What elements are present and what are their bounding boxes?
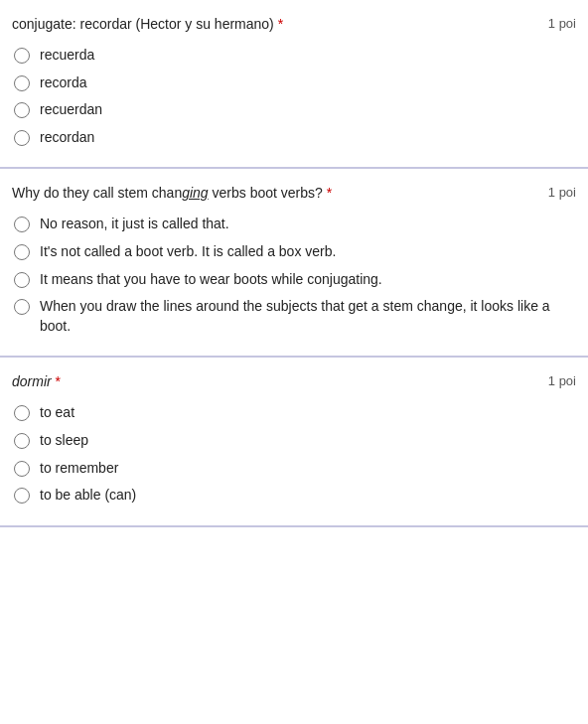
underline-changing: ging [182, 185, 208, 201]
required-marker-3: * [56, 373, 61, 389]
option-label-dormir-b: to sleep [40, 431, 88, 451]
option-dormir-c[interactable]: to remember [14, 459, 576, 479]
radio-boot-a[interactable] [14, 217, 30, 232]
option-label-dormir-c: to remember [40, 459, 118, 479]
points-conjugate: 1 poi [548, 16, 576, 31]
question-text-dormir: dormir * [12, 373, 538, 389]
points-dormir: 1 poi [548, 373, 576, 388]
option-conjugate-d[interactable]: recordan [14, 128, 576, 148]
radio-boot-b[interactable] [14, 244, 30, 260]
question-text-conjugate: conjugate: recordar (Hector y su hermano… [12, 16, 538, 32]
option-boot-a[interactable]: No reason, it just is called that. [14, 215, 576, 234]
option-dormir-d[interactable]: to be able (can) [14, 486, 576, 506]
option-label-dormir-a: to eat [40, 403, 74, 423]
question-header-dormir: dormir * 1 poi [12, 373, 576, 389]
required-marker-2: * [327, 185, 332, 201]
option-conjugate-a[interactable]: recuerda [14, 46, 576, 66]
radio-dormir-d[interactable] [14, 488, 30, 504]
radio-dormir-b[interactable] [14, 433, 30, 449]
option-label-conjugate-d: recordan [40, 128, 94, 148]
option-label-boot-b: It's not called a boot verb. It is calle… [40, 242, 336, 262]
radio-conjugate-a[interactable] [14, 48, 30, 64]
dormir-word: dormir [12, 373, 52, 389]
option-label-conjugate-b: recorda [40, 73, 86, 93]
option-conjugate-b[interactable]: recorda [14, 73, 576, 93]
option-label-boot-d: When you draw the lines around the subje… [40, 297, 576, 336]
option-label-dormir-d: to be able (can) [40, 486, 136, 506]
section-conjugate: conjugate: recordar (Hector y su hermano… [0, 0, 588, 169]
points-boot-verbs: 1 poi [548, 185, 576, 200]
question-header-boot-verbs: Why do they call stem changing verbs boo… [12, 185, 576, 201]
section-boot-verbs: Why do they call stem changing verbs boo… [0, 169, 588, 358]
option-label-boot-c: It means that you have to wear boots whi… [40, 270, 382, 290]
radio-conjugate-d[interactable] [14, 130, 30, 146]
options-conjugate: recuerda recorda recuerdan recordan [12, 46, 576, 147]
radio-conjugate-b[interactable] [14, 75, 30, 91]
option-label-boot-a: No reason, it just is called that. [40, 215, 229, 234]
options-dormir: to eat to sleep to remember to be able (… [12, 403, 576, 505]
option-boot-d[interactable]: When you draw the lines around the subje… [14, 297, 576, 336]
option-dormir-a[interactable]: to eat [14, 403, 576, 423]
options-boot-verbs: No reason, it just is called that. It's … [12, 215, 576, 336]
question-header-conjugate: conjugate: recordar (Hector y su hermano… [12, 16, 576, 32]
radio-dormir-c[interactable] [14, 461, 30, 477]
section-dormir: dormir * 1 poi to eat to sleep to rememb… [0, 358, 588, 526]
option-boot-c[interactable]: It means that you have to wear boots whi… [14, 270, 576, 290]
option-label-conjugate-c: recuerdan [40, 100, 102, 120]
radio-boot-c[interactable] [14, 272, 30, 288]
option-conjugate-c[interactable]: recuerdan [14, 100, 576, 120]
option-boot-b[interactable]: It's not called a boot verb. It is calle… [14, 242, 576, 262]
radio-dormir-a[interactable] [14, 405, 30, 421]
required-marker-1: * [278, 16, 283, 32]
radio-conjugate-c[interactable] [14, 102, 30, 118]
question-text-boot-verbs: Why do they call stem changing verbs boo… [12, 185, 538, 201]
option-label-conjugate-a: recuerda [40, 46, 94, 66]
radio-boot-d[interactable] [14, 299, 30, 315]
option-dormir-b[interactable]: to sleep [14, 431, 576, 451]
